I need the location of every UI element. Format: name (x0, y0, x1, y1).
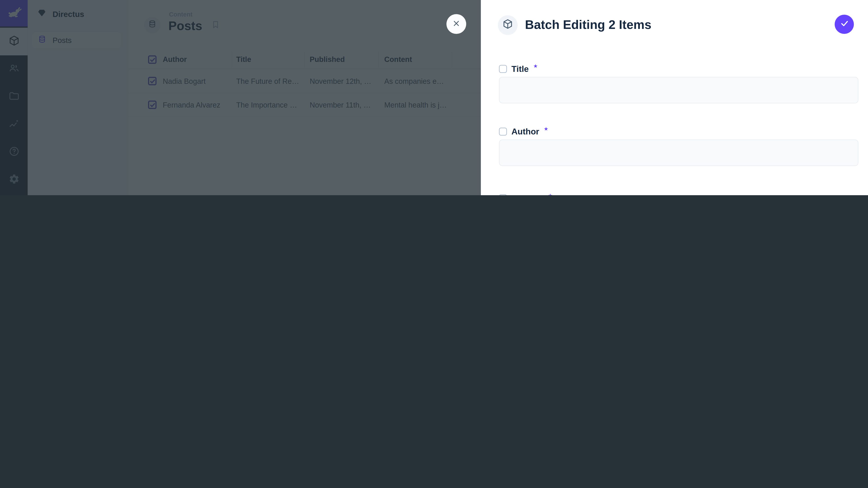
field-title-label-row: Title ★ (499, 64, 538, 74)
check-icon (839, 18, 849, 30)
required-icon: ★ (548, 192, 553, 195)
field-label: Content (512, 193, 544, 195)
save-button[interactable] (835, 14, 854, 34)
title-input-box (499, 77, 859, 103)
author-input-box (499, 140, 859, 166)
drawer-close-button[interactable] (446, 14, 466, 34)
drawer-header-icon (498, 15, 518, 35)
drawer-title: Batch Editing 2 Items (525, 18, 651, 32)
field-author-label-row: Author ★ (499, 127, 548, 136)
batch-edit-drawer: Batch Editing 2 Items Title ★ Author ★ (481, 0, 868, 195)
required-icon: ★ (533, 63, 538, 69)
batch-toggle-checkbox-title[interactable] (499, 65, 507, 72)
drawer-backdrop[interactable] (0, 0, 481, 195)
field-content-label-row: Content ★ (499, 193, 553, 195)
app-window: Directus Posts Content (0, 0, 868, 195)
required-icon: ★ (544, 126, 548, 131)
title-input[interactable] (500, 77, 858, 103)
close-icon (452, 19, 461, 29)
field-label: Title (512, 64, 529, 74)
batch-toggle-checkbox-content[interactable] (499, 194, 507, 195)
batch-toggle-checkbox-author[interactable] (499, 127, 507, 135)
author-input[interactable] (500, 140, 858, 166)
cube-icon (502, 18, 513, 31)
field-label: Author (512, 127, 539, 136)
